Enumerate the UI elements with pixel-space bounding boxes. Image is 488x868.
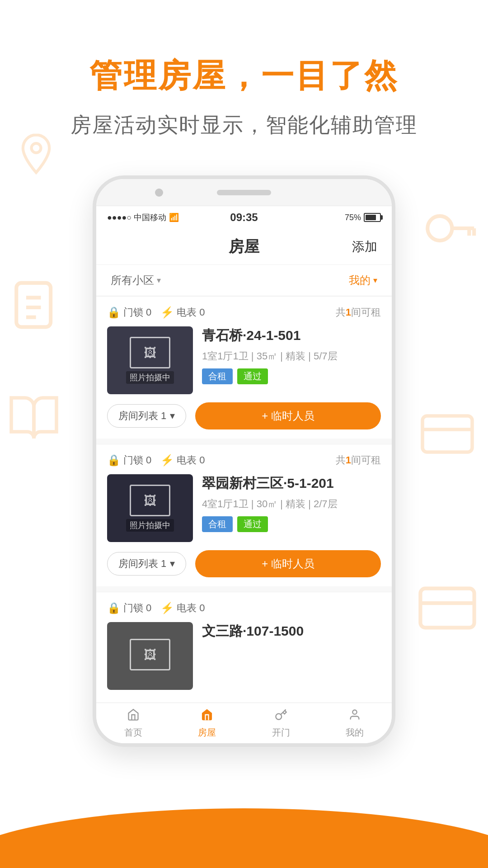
- meter-count-1: 0: [199, 307, 205, 318]
- property-name-2: 翠园新村三区·5-1-201: [202, 474, 381, 493]
- room-list-btn-1[interactable]: 房间列表 1 ▾: [107, 404, 186, 428]
- stats-left-2: 🔒 门锁 0 ⚡ 电表 0: [107, 453, 205, 467]
- battery-fill: [366, 215, 376, 220]
- room-list-btn-2[interactable]: 房间列表 1 ▾: [107, 552, 186, 576]
- nav-label-property: 房屋: [198, 726, 216, 739]
- property-details-2: 4室1厅1卫 | 30㎡ | 精装 | 2/7层: [202, 497, 381, 511]
- lock-label-3: 门锁: [123, 601, 143, 615]
- add-temp-btn-2[interactable]: + 临时人员: [195, 550, 381, 577]
- property-info-3: 文三路·107-1500: [202, 622, 381, 690]
- room-list-label-1: 房间列表 1: [118, 409, 166, 423]
- property-name-1: 青石桥·24-1-501: [202, 326, 381, 345]
- room-list-arrow-2: ▾: [170, 558, 175, 570]
- lock-count-3: 0: [146, 602, 151, 614]
- meter-count-3: 0: [199, 602, 205, 614]
- property-card-3: 🖼 文三路·107-1500: [107, 622, 381, 690]
- property-details-1: 1室1厅1卫 | 35㎡ | 精装 | 5/7层: [202, 349, 381, 363]
- svg-point-13: [276, 713, 282, 719]
- room-list-arrow-1: ▾: [170, 410, 175, 422]
- mine-label: 我的: [349, 273, 371, 288]
- filter-arrow-down: ▾: [157, 275, 161, 285]
- all-community-label: 所有小区: [111, 273, 154, 288]
- meter-label-2: 电表: [177, 453, 197, 467]
- lock-count-1: 0: [146, 307, 151, 318]
- mine-arrow-down: ▾: [373, 275, 377, 285]
- photo-overlay-3: 🖼: [107, 622, 193, 690]
- lock-icon-3: 🔒: [107, 602, 121, 614]
- stats-left-3: 🔒 门锁 0 ⚡ 电表 0: [107, 601, 205, 615]
- property-card-1: 🖼 照片拍摄中 青石桥·24-1-501 1室1厅1卫 | 35㎡ | 精装 |…: [107, 326, 381, 394]
- meter-label-1: 电表: [177, 306, 197, 319]
- meter-count-2: 0: [199, 454, 205, 466]
- property-image-2: 🖼 照片拍摄中: [107, 474, 193, 542]
- tag-pass-2: 通过: [237, 516, 268, 532]
- action-row-2: 房间列表 1 ▾ + 临时人员: [107, 550, 381, 577]
- stats-right-1: 共1间可租: [336, 306, 381, 319]
- camera-icon-2: 🖼: [144, 493, 156, 508]
- nav-item-door[interactable]: 开门: [244, 703, 318, 743]
- photo-overlay-2: 🖼 照片拍摄中: [107, 474, 193, 542]
- nav-item-home[interactable]: 首页: [96, 703, 170, 743]
- photo-text-2: 照片拍摄中: [126, 519, 174, 532]
- photo-border-1: 🖼: [130, 337, 170, 368]
- photo-border-2: 🖼: [130, 485, 170, 516]
- mine-filter[interactable]: 我的 ▾: [349, 273, 377, 288]
- stats-row-2: 🔒 门锁 0 ⚡ 电表 0 共1间可租: [107, 453, 381, 467]
- bottom-wave: [0, 769, 488, 868]
- bolt-icon-3: ⚡: [160, 602, 174, 614]
- lock-count-2: 0: [146, 454, 151, 466]
- camera-icon-1: 🖼: [144, 345, 156, 360]
- property-tags-2: 合租 通过: [202, 516, 381, 532]
- meter-stat-3: ⚡ 电表 0: [160, 601, 205, 615]
- property-info-1: 青石桥·24-1-501 1室1厅1卫 | 35㎡ | 精装 | 5/7层 合租…: [202, 326, 381, 394]
- status-left: ●●●●○ 中国移动 📶: [107, 212, 179, 223]
- battery-percent: 75%: [345, 213, 361, 222]
- stats-row-1: 🔒 门锁 0 ⚡ 电表 0 共1间可租: [107, 306, 381, 319]
- app-header: 房屋 添加: [96, 229, 392, 265]
- meter-stat-1: ⚡ 电表 0: [160, 306, 205, 319]
- photo-text-1: 照片拍摄中: [126, 371, 174, 384]
- property-item-3: 🔒 门锁 0 ⚡ 电表 0: [96, 592, 392, 703]
- sub-title: 房屋活动实时显示，智能化辅助管理: [0, 111, 488, 139]
- svg-point-14: [353, 710, 357, 714]
- lock-icon-1: 🔒: [107, 306, 121, 319]
- nav-label-home: 首页: [124, 726, 142, 739]
- nav-item-property[interactable]: 房屋: [170, 703, 244, 743]
- status-time: 09:35: [230, 211, 258, 224]
- phone-speaker: [217, 190, 271, 195]
- nav-label-mine: 我的: [346, 726, 364, 739]
- status-bar: ●●●●○ 中国移动 📶 09:35 75%: [96, 206, 392, 229]
- status-right: 75%: [345, 213, 381, 222]
- app-header-title: 房屋: [229, 236, 259, 257]
- lock-stat-3: 🔒 门锁 0: [107, 601, 151, 615]
- all-community-filter[interactable]: 所有小区 ▾: [111, 273, 161, 288]
- lock-label-2: 门锁: [123, 453, 143, 467]
- available-count-1: 1: [346, 307, 351, 318]
- nav-label-door: 开门: [272, 726, 290, 739]
- filter-bar: 所有小区 ▾ 我的 ▾: [96, 265, 392, 296]
- add-button[interactable]: 添加: [352, 238, 377, 255]
- nav-item-mine[interactable]: 我的: [318, 703, 392, 743]
- bottom-nav: 首页 房屋 开门: [96, 703, 392, 743]
- property-item-1: 🔒 门锁 0 ⚡ 电表 0 共1间可租: [96, 297, 392, 439]
- carrier-text: ●●●●○ 中国移动: [107, 212, 166, 223]
- phone-camera: [155, 189, 163, 197]
- property-image-1: 🖼 照片拍摄中: [107, 326, 193, 394]
- photo-border-3: 🖼: [130, 639, 170, 670]
- house-icon: [201, 708, 213, 725]
- property-card-2: 🖼 照片拍摄中 翠园新村三区·5-1-201 4室1厅1卫 | 30㎡ | 精装…: [107, 474, 381, 542]
- property-tags-1: 合租 通过: [202, 368, 381, 384]
- lock-stat-1: 🔒 门锁 0: [107, 306, 151, 319]
- available-count-2: 1: [346, 454, 351, 466]
- lock-label-1: 门锁: [123, 306, 143, 319]
- stats-right-2: 共1间可租: [336, 453, 381, 467]
- meter-label-3: 电表: [177, 601, 197, 615]
- property-image-3: 🖼: [107, 622, 193, 690]
- add-temp-btn-1[interactable]: + 临时人员: [195, 402, 381, 429]
- user-icon: [348, 708, 361, 725]
- property-item-2: 🔒 门锁 0 ⚡ 电表 0 共1间可租: [96, 444, 392, 586]
- property-name-3: 文三路·107-1500: [202, 622, 381, 641]
- stats-row-3: 🔒 门锁 0 ⚡ 电表 0: [107, 601, 381, 615]
- battery-icon: [364, 213, 381, 222]
- action-row-1: 房间列表 1 ▾ + 临时人员: [107, 402, 381, 429]
